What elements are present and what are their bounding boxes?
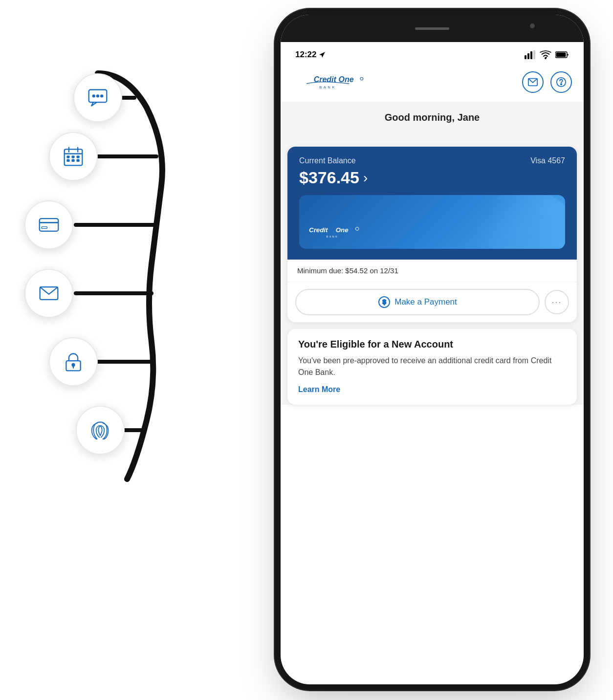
greeting-text: Good morning, Jane: [292, 112, 572, 123]
svg-rect-20: [40, 219, 59, 231]
status-time: 12:22: [295, 50, 326, 60]
app-header: Credit One BANK: [281, 65, 584, 102]
balance-amount[interactable]: $376.45 ›: [299, 168, 565, 187]
svg-point-9: [101, 95, 103, 97]
phone-mockup: 12:22: [281, 15, 584, 684]
eligible-description: You've been pre-approved to receive an a…: [298, 355, 566, 378]
balance-label: Current Balance: [299, 156, 356, 165]
credit-card-icon: [38, 214, 60, 236]
eligible-section: You're Eligible for a New Account You've…: [287, 329, 577, 405]
card-section: Current Balance Visa 4567 $376.45 ›: [287, 147, 577, 322]
svg-rect-17: [67, 159, 69, 161]
svg-rect-22: [42, 227, 47, 229]
more-dots: ···: [551, 297, 562, 307]
learn-more-link[interactable]: Learn More: [298, 385, 340, 394]
battery-icon: [555, 51, 569, 59]
wifi-icon: [540, 50, 551, 59]
mail-icon: [38, 283, 60, 304]
more-options-button[interactable]: ···: [545, 290, 569, 314]
calendar-icon: [63, 146, 84, 167]
balance-value: $376.45: [299, 168, 359, 187]
help-button[interactable]: [550, 71, 572, 93]
lock-icon-circle: [49, 337, 98, 386]
fingerprint-icon: [89, 419, 111, 441]
credit-card-visual: Credit One BANK: [299, 195, 565, 249]
fingerprint-icon-circle: [76, 406, 125, 455]
spacer-top: [281, 133, 584, 140]
mail-button[interactable]: [522, 71, 544, 93]
mail-icon-circle: [24, 269, 73, 318]
calendar-icon-circle: [49, 132, 98, 181]
status-bar: 12:22: [281, 42, 584, 65]
svg-point-7: [92, 95, 95, 97]
balance-row-labels: Current Balance Visa 4567: [299, 156, 565, 165]
time-text: 12:22: [295, 50, 316, 60]
make-payment-button[interactable]: $ Make a Payment: [295, 289, 540, 315]
svg-rect-15: [72, 156, 74, 158]
phone-speaker: [415, 27, 449, 30]
card-balance-area: Current Balance Visa 4567 $376.45 ›: [287, 147, 577, 260]
svg-text:BANK: BANK: [326, 235, 338, 238]
payment-row: $ Make a Payment ···: [287, 282, 577, 322]
svg-rect-18: [72, 159, 74, 161]
payment-button-label: Make a Payment: [394, 297, 457, 307]
payment-icon: $: [378, 296, 391, 308]
svg-point-8: [97, 95, 99, 97]
svg-text:BANK: BANK: [320, 85, 336, 89]
svg-rect-14: [67, 156, 69, 158]
card-logo-svg: Credit One BANK: [309, 221, 368, 241]
eligible-title: You're Eligible for a New Account: [298, 339, 566, 350]
greeting-section: Good morning, Jane: [281, 102, 584, 133]
svg-rect-27: [525, 55, 526, 59]
svg-rect-28: [527, 53, 529, 59]
svg-text:Credit: Credit: [309, 226, 328, 234]
svg-rect-30: [533, 50, 535, 59]
svg-text:$: $: [383, 298, 387, 306]
feature-icons-container: [0, 49, 186, 489]
chat-icon-circle: [73, 73, 122, 122]
balance-chevron: ›: [363, 170, 368, 186]
mail-header-icon: [527, 77, 538, 88]
svg-point-36: [360, 77, 363, 80]
chat-icon: [87, 87, 109, 109]
credit-one-logo: Credit One BANK: [292, 69, 371, 95]
scroll-content: Current Balance Visa 4567 $376.45 ›: [281, 133, 584, 405]
phone-camera: [530, 23, 535, 28]
svg-text:One: One: [336, 226, 349, 234]
svg-rect-16: [77, 156, 79, 158]
phone-frame: 12:22: [281, 15, 584, 684]
help-icon: [556, 77, 567, 88]
svg-point-43: [355, 227, 359, 231]
signal-icon: [524, 50, 536, 59]
credit-card-icon-circle: [24, 200, 73, 249]
location-arrow-icon: [318, 51, 326, 59]
lock-icon: [63, 351, 84, 372]
svg-rect-29: [530, 51, 532, 59]
header-icons: [522, 71, 572, 93]
svg-rect-33: [556, 53, 566, 57]
minimum-due-text: Minimum due: $54.52 on 12/31: [297, 266, 398, 275]
svg-point-40: [561, 84, 562, 85]
minimum-due-row: Minimum due: $54.52 on 12/31: [287, 260, 577, 282]
svg-point-31: [545, 57, 547, 59]
status-right-icons: [524, 50, 569, 59]
card-number-label: Visa 4567: [530, 156, 565, 165]
svg-rect-19: [77, 159, 79, 161]
